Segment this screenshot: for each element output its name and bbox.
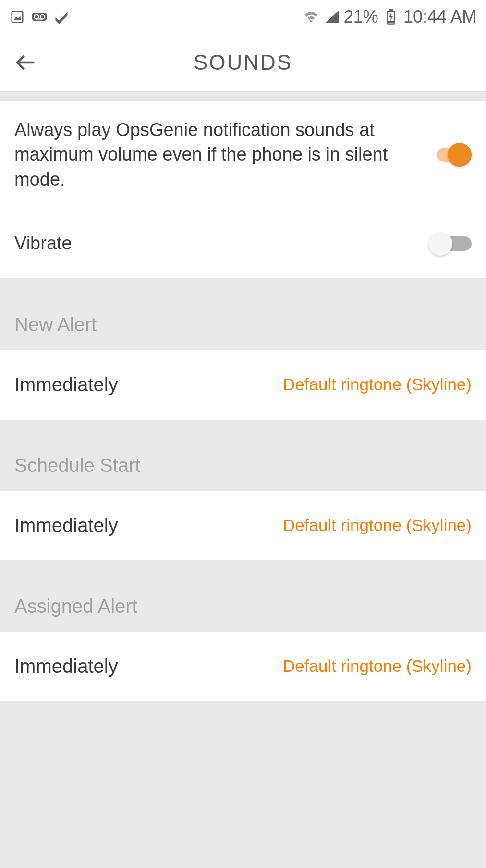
vibrate-setting[interactable]: Vibrate bbox=[0, 209, 486, 279]
timing-label: Immediately bbox=[14, 515, 118, 536]
status-right: 21% 10:44 AM bbox=[304, 7, 476, 27]
time: 10:44 AM bbox=[403, 7, 476, 27]
max-volume-toggle[interactable] bbox=[428, 143, 472, 167]
new-alert-ringtone-row[interactable]: Immediately Default ringtone (Skyline) bbox=[0, 350, 486, 420]
svg-rect-0 bbox=[12, 12, 23, 23]
page-title: SOUNDS bbox=[194, 50, 292, 74]
status-bar: 21% 10:44 AM bbox=[0, 0, 486, 34]
svg-rect-7 bbox=[389, 9, 393, 11]
vibrate-label: Vibrate bbox=[14, 231, 428, 256]
section-title: New Alert bbox=[14, 314, 97, 335]
svg-point-5 bbox=[310, 20, 312, 22]
vibrate-toggle[interactable] bbox=[428, 232, 472, 256]
battery-percent: 21% bbox=[344, 7, 378, 27]
timing-label: Immediately bbox=[14, 374, 118, 396]
section-header-new-alert: New Alert bbox=[0, 279, 486, 350]
app-bar: SOUNDS bbox=[0, 34, 486, 92]
wifi-icon bbox=[304, 9, 319, 25]
section-header-assigned-alert: Assigned Alert bbox=[0, 560, 486, 632]
max-volume-label: Always play OpsGenie notification sounds… bbox=[14, 118, 428, 192]
max-volume-setting[interactable]: Always play OpsGenie notification sounds… bbox=[0, 101, 486, 209]
battery-icon bbox=[383, 9, 399, 25]
section-title: Assigned Alert bbox=[14, 595, 137, 617]
schedule-start-ringtone-row[interactable]: Immediately Default ringtone (Skyline) bbox=[0, 491, 486, 560]
svg-rect-8 bbox=[388, 21, 394, 23]
picture-icon bbox=[10, 9, 25, 25]
back-button[interactable] bbox=[13, 50, 37, 74]
timing-label: Immediately bbox=[14, 656, 118, 677]
assigned-alert-ringtone-row[interactable]: Immediately Default ringtone (Skyline) bbox=[0, 632, 486, 701]
check-icon bbox=[54, 9, 69, 25]
ringtone-value: Default ringtone (Skyline) bbox=[283, 516, 472, 535]
voicemail-icon bbox=[32, 9, 47, 25]
ringtone-value: Default ringtone (Skyline) bbox=[283, 375, 472, 394]
section-header-schedule-start: Schedule Start bbox=[0, 420, 486, 491]
section-title: Schedule Start bbox=[14, 455, 140, 476]
content: Always play OpsGenie notification sounds… bbox=[0, 92, 486, 749]
signal-icon bbox=[324, 9, 339, 25]
status-left-icons bbox=[10, 9, 69, 25]
ringtone-value: Default ringtone (Skyline) bbox=[283, 657, 472, 676]
